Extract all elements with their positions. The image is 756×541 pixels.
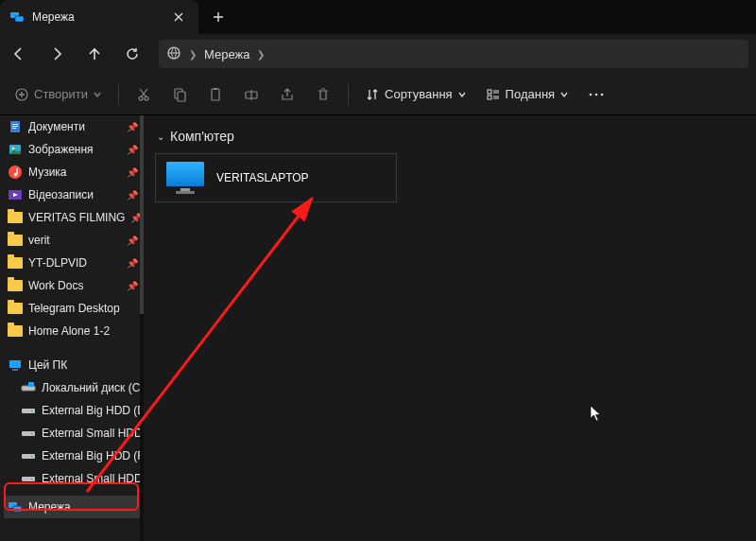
- sidebar-label: Home Alone 1-2: [28, 324, 110, 338]
- up-button[interactable]: [76, 34, 113, 74]
- view-menu-button[interactable]: Подання: [477, 78, 578, 112]
- computer-icon: [163, 161, 207, 195]
- sidebar-item-thispc[interactable]: Цей ПК: [0, 354, 144, 376]
- svg-rect-18: [12, 126, 18, 127]
- music-icon: [8, 165, 23, 180]
- delete-button[interactable]: [306, 78, 340, 112]
- back-button[interactable]: [0, 34, 38, 74]
- command-toolbar: Створити Сортування Подання: [0, 74, 756, 115]
- folder-icon: [8, 278, 23, 293]
- chevron-down-icon: [94, 91, 101, 98]
- svg-point-14: [595, 93, 598, 96]
- sidebar-item[interactable]: YT-DLPVID📌: [0, 252, 144, 274]
- cut-button[interactable]: [127, 78, 161, 112]
- sidebar-item[interactable]: Відеозаписи📌: [0, 183, 144, 206]
- tab-network[interactable]: Мережа: [0, 0, 198, 34]
- svg-point-37: [31, 479, 33, 480]
- copy-button[interactable]: [163, 78, 197, 112]
- separator: [118, 84, 119, 105]
- globe-icon: [166, 45, 181, 63]
- svg-rect-25: [9, 360, 21, 368]
- svg-point-15: [601, 93, 604, 96]
- section-header-computer[interactable]: ⌄ Комп'ютер: [157, 129, 745, 144]
- sidebar-label: Мережа: [28, 500, 71, 514]
- sidebar-item-drive[interactable]: Локальний диск (C:): [0, 376, 144, 399]
- sidebar-item[interactable]: verit📌: [0, 229, 144, 252]
- more-button[interactable]: [579, 78, 613, 112]
- sidebar-label: External Big HDD (D:): [42, 404, 144, 417]
- navigation-bar: ❯ Мережа ❯: [0, 34, 756, 74]
- svg-point-13: [590, 93, 593, 96]
- rename-button[interactable]: [234, 78, 268, 112]
- sidebar-item-drive[interactable]: External Big HDD (F:): [0, 445, 144, 467]
- svg-rect-11: [488, 90, 491, 94]
- pin-icon: 📌: [127, 258, 138, 269]
- sidebar-label: External Small HDD (E:): [42, 427, 144, 440]
- sidebar-item-drive[interactable]: External Small HDD (G:): [0, 467, 144, 490]
- drive-icon: [21, 426, 36, 441]
- pin-icon: 📌: [127, 167, 138, 178]
- chevron-down-icon: [458, 91, 466, 98]
- share-button[interactable]: [270, 78, 304, 112]
- drive-icon: [21, 448, 36, 463]
- sort-menu-button[interactable]: Сортування: [356, 78, 475, 112]
- folder-icon: [8, 323, 23, 339]
- folder-icon: [8, 255, 23, 270]
- sidebar-item[interactable]: Музика📌: [0, 161, 144, 183]
- sidebar-label: YT-DLPVID: [28, 256, 87, 270]
- file-explorer-window: Мережа ❯ Мережа ❯: [0, 0, 756, 541]
- forward-button[interactable]: [38, 34, 76, 74]
- chevron-down-icon: ⌄: [157, 131, 164, 142]
- sidebar-item[interactable]: Telegram Desktop: [0, 297, 144, 320]
- tab-title: Мережа: [32, 10, 164, 24]
- sidebar-item[interactable]: Документи📌: [0, 115, 144, 138]
- chevron-down-icon: [560, 91, 568, 98]
- sidebar-item[interactable]: Зображення📌: [0, 138, 144, 161]
- sidebar-item[interactable]: VERITAS FILMING📌: [0, 206, 144, 229]
- svg-rect-34: [22, 454, 35, 459]
- cursor-icon: [590, 405, 603, 426]
- pin-icon: 📌: [127, 145, 138, 155]
- sidebar-label: Локальний диск (C:): [42, 381, 144, 394]
- svg-rect-32: [22, 431, 35, 436]
- svg-rect-17: [12, 124, 18, 125]
- computer-name: VERITASLAPTOP: [216, 171, 309, 184]
- close-icon[interactable]: [172, 10, 185, 24]
- address-segment[interactable]: Мережа: [204, 47, 249, 61]
- drive-icon: [21, 403, 36, 418]
- network-computer-item[interactable]: VERITASLAPTOP: [155, 153, 397, 202]
- svg-rect-26: [12, 369, 18, 371]
- sidebar-label: Музика: [28, 166, 67, 179]
- address-bar[interactable]: ❯ Мережа ❯: [159, 40, 748, 68]
- refresh-button[interactable]: [113, 34, 151, 74]
- new-menu-button[interactable]: Створити: [6, 78, 111, 112]
- main-split: Документи📌Зображення📌Музика📌Відеозаписи📌…: [0, 115, 756, 541]
- sidebar-label: Зображення: [28, 143, 94, 156]
- sidebar-label: External Small HDD (G:): [42, 472, 144, 485]
- content-pane: ⌄ Комп'ютер VERITASLAPTOP: [144, 115, 756, 541]
- svg-point-22: [9, 166, 22, 179]
- svg-rect-29: [28, 382, 34, 387]
- sidebar-label: External Big HDD (F:): [42, 449, 144, 462]
- pc-icon: [8, 358, 23, 373]
- sidebar-item[interactable]: Work Docs📌: [0, 274, 144, 297]
- folder-icon: [8, 233, 23, 248]
- folder-icon: [8, 301, 23, 316]
- chevron-right-icon: ❯: [257, 49, 265, 60]
- paste-button[interactable]: [198, 78, 232, 112]
- svg-rect-19: [12, 128, 16, 129]
- pin-icon: 📌: [127, 190, 138, 201]
- sidebar-item-drive[interactable]: External Small HDD (E:): [0, 422, 144, 445]
- tab-bar: Мережа: [0, 0, 756, 34]
- sidebar-item[interactable]: Home Alone 1-2: [0, 320, 144, 342]
- sidebar-item-network[interactable]: Мережа: [4, 496, 140, 518]
- svg-rect-36: [22, 477, 35, 481]
- new-tab-button[interactable]: [202, 1, 234, 33]
- sidebar-label: Telegram Desktop: [28, 302, 120, 315]
- svg-rect-1: [15, 16, 24, 22]
- svg-rect-39: [13, 506, 22, 512]
- new-label: Створити: [34, 87, 88, 101]
- sidebar-item-drive[interactable]: External Big HDD (D:): [0, 399, 144, 422]
- svg-rect-12: [488, 96, 491, 99]
- network-icon: [8, 499, 23, 515]
